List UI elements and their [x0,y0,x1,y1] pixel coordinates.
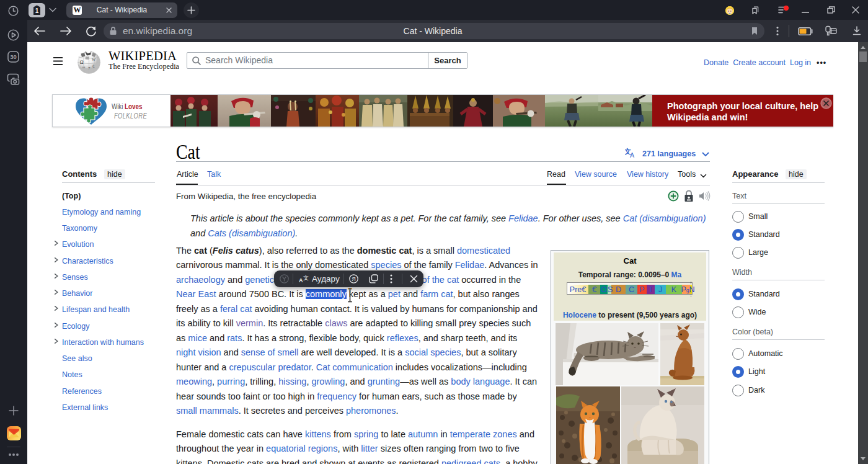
svg-text:A: A [299,277,303,283]
svg-text:7: 7 [88,66,91,71]
svg-text:文: 文 [303,275,309,281]
svg-text:ع: ع [92,63,95,68]
svg-text:ω: ω [82,65,86,69]
svg-text:1: 1 [35,7,39,14]
svg-text:30: 30 [10,53,17,60]
svg-text:A: A [630,151,634,158]
svg-text:W: W [92,57,96,61]
svg-text:Я: Я [352,276,356,282]
